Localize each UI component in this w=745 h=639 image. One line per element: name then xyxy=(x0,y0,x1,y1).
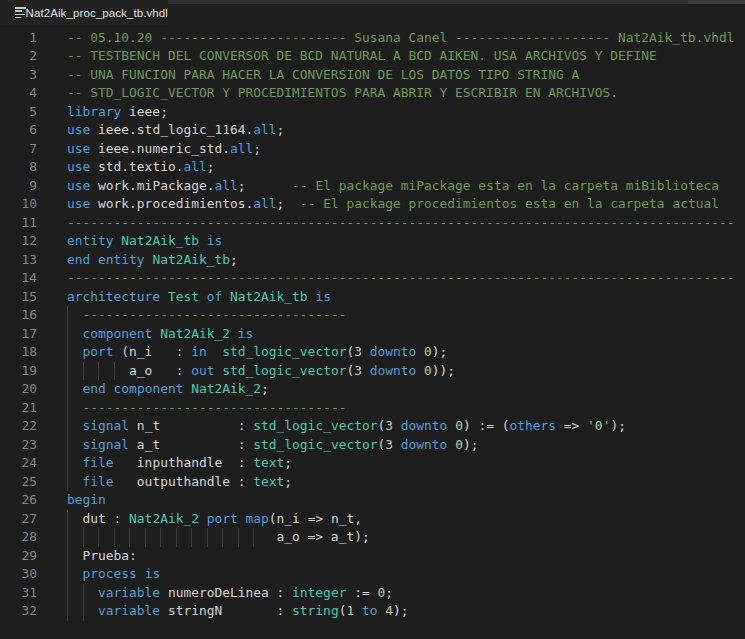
token: Nat2Aik_2 xyxy=(191,381,261,396)
line-number[interactable]: 13 xyxy=(0,251,37,270)
code-line: 23 signal a_t : std_logic_vector(3 downt… xyxy=(0,436,745,455)
code-text: signal a_t : std_logic_vector(3 downto 0… xyxy=(67,436,478,455)
line-number[interactable]: 15 xyxy=(0,288,37,307)
token xyxy=(230,326,238,341)
tab-filename: Nat2Aik_proc_pack_tb.vhdl xyxy=(26,7,169,19)
tab-bar: Nat2Aik_proc_pack_tb.vhdl xyxy=(0,0,745,25)
line-number[interactable]: 19 xyxy=(0,362,37,381)
code-line: 20 end component Nat2Aik_2; xyxy=(0,380,745,399)
token: a_t : xyxy=(129,437,253,452)
code-line: 3-- UNA FUNCION PARA HACER LA CONVERSION… xyxy=(0,66,745,85)
line-number[interactable]: 17 xyxy=(0,325,37,344)
line-number[interactable]: 31 xyxy=(0,584,37,603)
code-line: 8use std.textio.all; xyxy=(0,158,745,177)
line-number[interactable]: 5 xyxy=(0,103,37,122)
code-text: use ieee.numeric_std.all; xyxy=(67,140,261,159)
line-number[interactable]: 12 xyxy=(0,232,37,251)
token: Nat2Aik_2 xyxy=(129,511,199,526)
token xyxy=(67,474,83,489)
token: std_logic_vector xyxy=(253,418,377,433)
token: string xyxy=(292,603,339,618)
line-number[interactable]: 4 xyxy=(0,84,37,103)
code-text: file outputhandle : text; xyxy=(67,473,292,492)
code-text: ----------------------------------------… xyxy=(67,214,734,233)
line-number[interactable]: 25 xyxy=(0,473,37,492)
token xyxy=(416,363,424,378)
token: a_o : xyxy=(67,363,191,378)
token: (n_i : xyxy=(114,344,192,359)
line-number[interactable]: 6 xyxy=(0,121,37,140)
token: ; xyxy=(385,585,393,600)
code-text: -- 05.10.20 ------------------------ Sus… xyxy=(67,29,734,48)
line-number[interactable]: 10 xyxy=(0,195,37,214)
token xyxy=(67,437,83,452)
token: dut : xyxy=(67,511,129,526)
line-number[interactable]: 29 xyxy=(0,547,37,566)
code-editor[interactable]: 1-- 05.10.20 ------------------------ Su… xyxy=(0,25,745,639)
token: use xyxy=(67,196,90,211)
line-number[interactable]: 24 xyxy=(0,454,37,473)
token: entity xyxy=(98,252,145,267)
token: process xyxy=(83,566,137,581)
token xyxy=(207,344,223,359)
token: all xyxy=(253,196,276,211)
token: component xyxy=(83,326,153,341)
code-line: 6use ieee.std_logic_1164.all; xyxy=(0,121,745,140)
token: std.textio. xyxy=(90,159,183,174)
token: (n_i => n_t, xyxy=(269,511,362,526)
line-number[interactable]: 8 xyxy=(0,158,37,177)
token: ieee.numeric_std. xyxy=(90,141,230,156)
tab-active[interactable]: Nat2Aik_proc_pack_tb.vhdl xyxy=(0,0,168,25)
line-number[interactable]: 28 xyxy=(0,528,37,547)
token: ieee.std_logic_1164. xyxy=(90,122,253,137)
token: ; xyxy=(284,474,292,489)
token: std_logic_vector xyxy=(222,363,346,378)
token: 3 xyxy=(385,418,393,433)
line-number[interactable]: 32 xyxy=(0,602,37,621)
code-line: 28 a_o => a_t); xyxy=(0,528,745,547)
token: ); xyxy=(463,437,479,452)
tabbar-background-strip xyxy=(168,0,688,4)
line-number[interactable]: 7 xyxy=(0,140,37,159)
line-number[interactable]: 21 xyxy=(0,399,37,418)
token: is xyxy=(145,566,161,581)
line-number[interactable]: 3 xyxy=(0,66,37,85)
token xyxy=(362,344,370,359)
token: work.miPackage. xyxy=(90,178,214,193)
line-number[interactable]: 26 xyxy=(0,491,37,510)
line-number[interactable]: 20 xyxy=(0,380,37,399)
token: end xyxy=(67,252,90,267)
tabbar-background-strip-end xyxy=(688,0,745,4)
token: -- UNA FUNCION PARA HACER LA CONVERSION … xyxy=(67,67,579,82)
line-number[interactable]: 2 xyxy=(0,47,37,66)
line-number[interactable]: 22 xyxy=(0,417,37,436)
token: )); xyxy=(432,363,455,378)
token: downto xyxy=(401,418,448,433)
line-number[interactable]: 16 xyxy=(0,306,37,325)
token: of xyxy=(207,289,223,304)
line-number[interactable]: 9 xyxy=(0,177,37,196)
line-number[interactable]: 27 xyxy=(0,510,37,529)
token: Nat2Aik_2 xyxy=(160,326,230,341)
token: variable xyxy=(98,603,160,618)
line-number[interactable]: 11 xyxy=(0,214,37,233)
line-number[interactable]: 30 xyxy=(0,565,37,584)
token: -- El package miPackage esta en la carpe… xyxy=(292,178,719,193)
code-line: 21 ---------------------------------- xyxy=(0,399,745,418)
token: 0 xyxy=(424,344,432,359)
token: entity xyxy=(67,233,114,248)
code-line: 26begin xyxy=(0,491,745,510)
line-number[interactable]: 14 xyxy=(0,269,37,288)
token: Prueba: xyxy=(67,548,137,563)
line-number[interactable]: 18 xyxy=(0,343,37,362)
line-number[interactable]: 23 xyxy=(0,436,37,455)
token: in xyxy=(191,344,207,359)
token: -- El package procedimientos esta en la … xyxy=(300,196,719,211)
code-line: 29 Prueba: xyxy=(0,547,745,566)
token: Nat2Aik_tb xyxy=(230,289,308,304)
token: integer xyxy=(292,585,346,600)
line-number[interactable]: 1 xyxy=(0,29,37,48)
token xyxy=(67,381,83,396)
token: 3 xyxy=(385,437,393,452)
token: ; xyxy=(230,252,238,267)
